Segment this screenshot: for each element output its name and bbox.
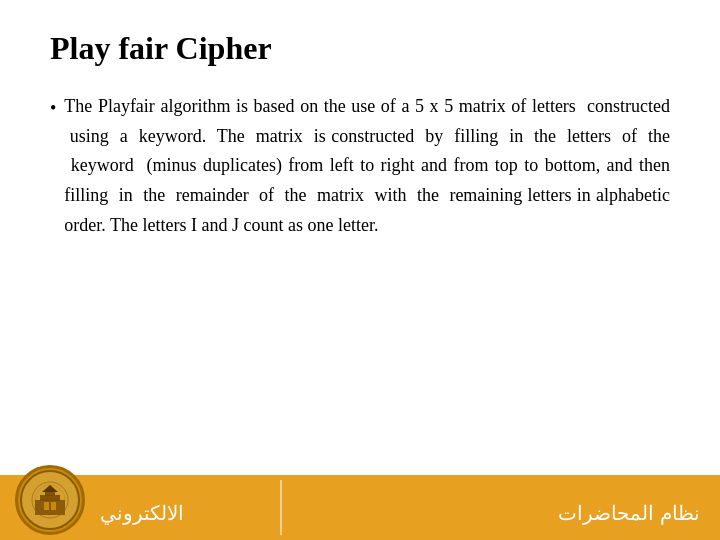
logo-svg [30, 480, 70, 520]
logo-circle [15, 465, 85, 535]
page-container: Play fair Cipher • The Playfair algorith… [0, 0, 720, 540]
logo-inner [20, 470, 80, 530]
bullet-symbol: • [50, 94, 56, 123]
svg-rect-5 [51, 502, 56, 510]
content-area: • The Playfair algorithm is based on the… [50, 92, 670, 240]
svg-rect-4 [44, 502, 49, 510]
paragraph-text: The Playfair algorithm is based on the u… [64, 92, 670, 240]
footer-bar: الالكتروني نظام المحاضرات [0, 475, 720, 540]
footer-divider [280, 480, 282, 535]
bullet-item: • The Playfair algorithm is based on the… [50, 92, 670, 240]
page-title: Play fair Cipher [50, 30, 670, 67]
svg-rect-0 [35, 500, 65, 515]
footer-text-right: نظام المحاضرات [558, 501, 700, 525]
footer-text-left: الالكتروني [100, 501, 184, 525]
